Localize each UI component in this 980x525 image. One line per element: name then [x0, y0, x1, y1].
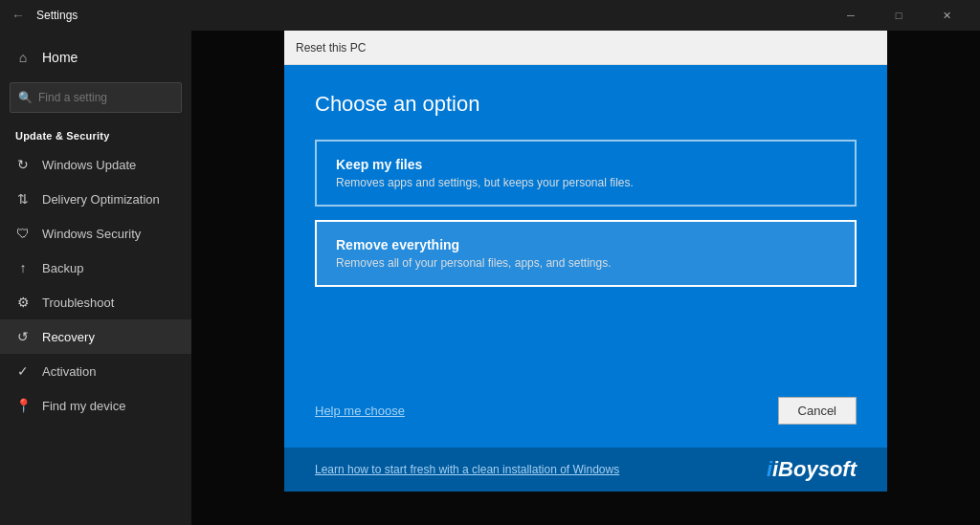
modal-title: Reset this PC — [296, 41, 366, 55]
sidebar: ⌂ Home 🔍 Update & Security ↻ Windows Upd… — [0, 31, 191, 525]
find-my-device-icon: 📍 — [15, 398, 31, 413]
sidebar-item-label: Delivery Optimization — [42, 192, 160, 207]
app-title: Settings — [36, 9, 78, 22]
maximize-button[interactable]: □ — [877, 0, 921, 31]
remove-everything-title: Remove everything — [336, 237, 835, 252]
keep-files-title: Keep my files — [336, 157, 835, 172]
sidebar-item-activation[interactable]: ✓ Activation — [0, 354, 191, 388]
back-button[interactable]: ← — [11, 8, 25, 23]
delivery-optimization-icon: ⇅ — [15, 191, 31, 207]
content-area: Reset this PC Choose an option Keep my f… — [191, 31, 980, 525]
home-label: Home — [42, 50, 78, 65]
help-me-choose-link[interactable]: Help me choose — [315, 404, 405, 418]
sidebar-item-label: Activation — [42, 364, 96, 379]
sidebar-item-backup[interactable]: ↑ Backup — [0, 251, 191, 285]
sidebar-item-label: Windows Security — [42, 227, 141, 241]
windows-security-icon: 🛡 — [15, 226, 31, 241]
close-button[interactable]: ✕ — [924, 0, 969, 31]
recovery-icon: ↺ — [15, 329, 31, 344]
reset-pc-modal: Reset this PC Choose an option Keep my f… — [284, 31, 887, 492]
home-icon: ⌂ — [15, 50, 31, 65]
minimize-button[interactable]: ─ — [829, 0, 873, 31]
sidebar-item-delivery-optimization[interactable]: ⇅ Delivery Optimization — [0, 182, 191, 216]
activation-icon: ✓ — [15, 363, 31, 379]
sidebar-item-label: Troubleshoot — [42, 295, 114, 310]
sidebar-item-windows-security[interactable]: 🛡 Windows Security — [0, 216, 191, 251]
sidebar-item-label: Recovery — [42, 330, 95, 344]
troubleshoot-icon: ⚙ — [15, 295, 31, 310]
sidebar-item-windows-update[interactable]: ↻ Windows Update — [0, 147, 191, 182]
modal-body: Choose an option Keep my files Removes a… — [284, 65, 887, 448]
modal-heading: Choose an option — [315, 92, 857, 117]
fresh-install-link[interactable]: Learn how to start fresh with a clean in… — [315, 463, 619, 476]
titlebar: ← Settings ─ □ ✕ — [0, 0, 980, 31]
cancel-button[interactable]: Cancel — [778, 397, 857, 425]
modal-titlebar: Reset this PC — [284, 31, 887, 65]
search-icon: 🔍 — [18, 91, 33, 104]
search-input[interactable] — [38, 91, 173, 104]
main-area: ⌂ Home 🔍 Update & Security ↻ Windows Upd… — [0, 31, 980, 525]
sidebar-item-recovery[interactable]: ↺ Recovery — [0, 319, 191, 354]
sidebar-item-troubleshoot[interactable]: ⚙ Troubleshoot — [0, 285, 191, 319]
home-nav-item[interactable]: ⌂ Home — [0, 38, 191, 77]
keep-files-desc: Removes apps and settings, but keeps you… — [336, 176, 835, 189]
search-box[interactable]: 🔍 — [10, 82, 182, 113]
window-controls: ─ □ ✕ — [829, 0, 969, 31]
windows-update-icon: ↻ — [15, 157, 31, 172]
sidebar-item-label: Windows Update — [42, 158, 136, 172]
backup-icon: ↑ — [15, 260, 31, 275]
modal-bottom-strip: Learn how to start fresh with a clean in… — [284, 448, 887, 492]
sidebar-item-find-my-device[interactable]: 📍 Find my device — [0, 388, 191, 423]
section-title: Update & Security — [0, 122, 191, 147]
modal-footer: Help me choose Cancel — [315, 378, 857, 425]
remove-everything-desc: Removes all of your personal files, apps… — [336, 256, 835, 270]
sidebar-item-label: Find my device — [42, 399, 125, 413]
iboysoft-logo: iiBoysoft — [767, 457, 857, 482]
keep-files-option[interactable]: Keep my files Removes apps and settings,… — [315, 140, 857, 207]
sidebar-item-label: Backup — [42, 261, 83, 275]
modal-overlay: Reset this PC Choose an option Keep my f… — [191, 31, 980, 525]
remove-everything-option[interactable]: Remove everything Removes all of your pe… — [315, 220, 857, 287]
